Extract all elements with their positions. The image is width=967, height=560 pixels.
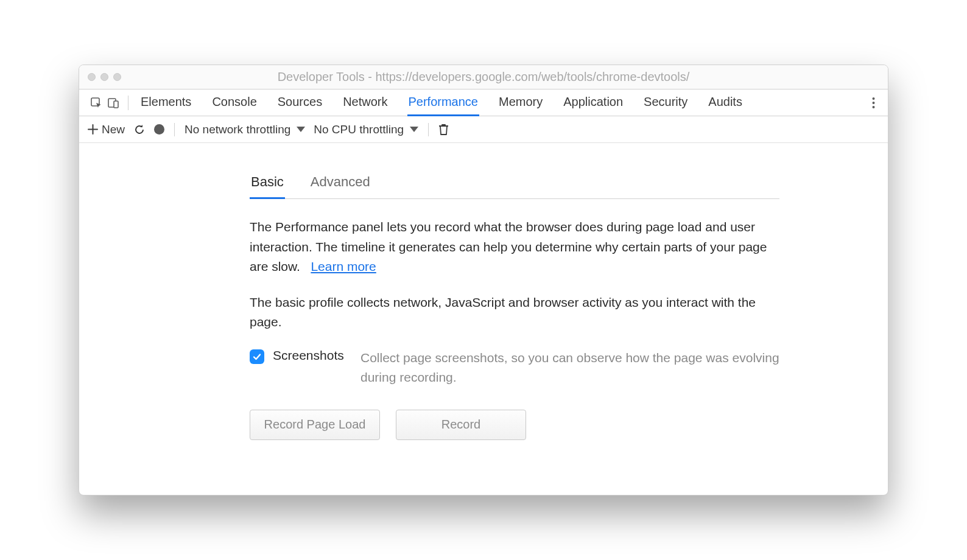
minimize-window-button[interactable]	[100, 73, 108, 81]
record-button[interactable]: Record	[396, 410, 526, 440]
cpu-throttling-label: No CPU throttling	[314, 123, 404, 136]
performance-panel: Basic Advanced The Performance panel let…	[79, 143, 888, 495]
learn-more-link[interactable]: Learn more	[311, 259, 376, 273]
divider	[174, 123, 175, 136]
svg-point-4	[872, 102, 874, 104]
tab-network[interactable]: Network	[342, 90, 389, 116]
new-label: New	[102, 123, 125, 136]
tab-sources[interactable]: Sources	[276, 90, 323, 116]
reload-icon	[133, 124, 146, 136]
performance-toolbar: New No network throttling No CPU throttl…	[79, 116, 888, 143]
record-icon[interactable]	[154, 124, 164, 135]
delete-button[interactable]	[438, 124, 449, 135]
divider	[128, 96, 128, 110]
intro-paragraph: The Performance panel lets you record wh…	[250, 217, 779, 277]
check-icon	[252, 352, 262, 362]
devtools-window: Developer Tools - https://developers.goo…	[79, 65, 888, 495]
network-throttling-dropdown[interactable]: No network throttling	[185, 123, 305, 136]
tab-application[interactable]: Application	[562, 90, 624, 116]
tab-performance[interactable]: Performance	[407, 90, 480, 116]
subtabs: Basic Advanced	[250, 173, 779, 199]
tab-security[interactable]: Security	[642, 90, 689, 116]
inspect-element-icon[interactable]	[88, 94, 105, 111]
network-throttling-label: No network throttling	[185, 123, 290, 136]
screenshots-description: Collect page screenshots, so you can obs…	[360, 348, 779, 388]
maximize-window-button[interactable]	[113, 73, 121, 81]
trash-icon	[438, 124, 449, 135]
chevron-down-icon	[297, 127, 305, 132]
reload-button[interactable]	[133, 124, 146, 136]
divider	[428, 123, 429, 136]
svg-point-5	[872, 106, 874, 108]
tab-audits[interactable]: Audits	[707, 90, 744, 116]
tab-console[interactable]: Console	[211, 90, 258, 116]
traffic-lights	[88, 73, 121, 81]
chevron-down-icon	[410, 127, 418, 132]
basic-description: The basic profile collects network, Java…	[250, 293, 779, 332]
tab-memory[interactable]: Memory	[498, 90, 544, 116]
screenshots-checkbox[interactable]	[250, 349, 264, 364]
new-recording-button[interactable]: New	[88, 123, 125, 136]
cpu-throttling-dropdown[interactable]: No CPU throttling	[314, 123, 418, 136]
subtab-advanced[interactable]: Advanced	[309, 174, 371, 199]
svg-point-3	[872, 97, 874, 100]
svg-rect-2	[114, 101, 118, 108]
window-title: Developer Tools - https://developers.goo…	[86, 70, 881, 84]
tab-elements[interactable]: Elements	[139, 90, 192, 116]
device-toolbar-icon[interactable]	[105, 94, 122, 111]
record-page-load-button[interactable]: Record Page Load	[250, 410, 380, 440]
close-window-button[interactable]	[88, 73, 96, 81]
record-buttons: Record Page Load Record	[250, 410, 779, 440]
subtab-basic[interactable]: Basic	[250, 174, 285, 199]
more-options-icon[interactable]	[865, 94, 882, 111]
tabs: Elements Console Sources Network Perform…	[139, 89, 865, 116]
screenshots-label: Screenshots	[273, 348, 352, 363]
plus-icon	[88, 124, 98, 135]
screenshots-option: Screenshots Collect page screenshots, so…	[250, 348, 779, 388]
main-tabbar: Elements Console Sources Network Perform…	[79, 89, 888, 116]
titlebar: Developer Tools - https://developers.goo…	[79, 65, 888, 89]
